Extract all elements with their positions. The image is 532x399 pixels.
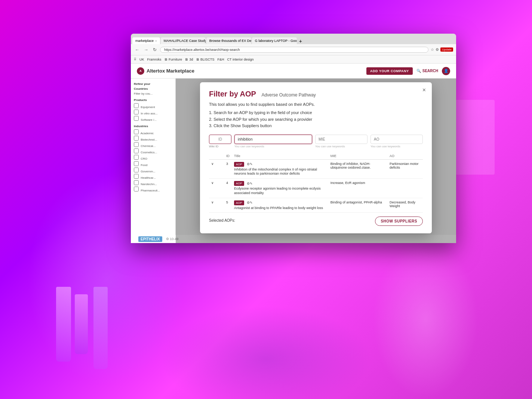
sidebar-item-invitro[interactable]: In vitro ass...: [134, 110, 172, 115]
sidebar-item-equipment[interactable]: Equipment: [134, 103, 172, 109]
search-label: SEARCH: [422, 69, 438, 73]
modal-header: Filter by AOP Adverse Outcome Pathway: [209, 90, 423, 98]
search-icon: 🔍: [416, 69, 421, 73]
row-badge-cell-1: AOP ⚙✎: [234, 162, 326, 167]
modal-title: Filter by AOP: [209, 90, 256, 98]
mie-input[interactable]: [315, 135, 368, 144]
browser-tab-active[interactable]: marketplace ×: [132, 37, 160, 44]
browser-window: marketplace × MAHALI/PLACE Case Study – …: [131, 34, 456, 243]
site-logo-text: Altertox Marketplace: [147, 68, 194, 74]
sidebar-item-biotech[interactable]: Biotechnol...: [134, 136, 172, 141]
add-company-button[interactable]: ADD YOUR COMPANY: [366, 67, 413, 75]
row-icons-1: ⚙✎: [247, 162, 253, 166]
ao-hint: You can use keywords: [370, 145, 423, 148]
extension-icon[interactable]: ⚙: [436, 47, 439, 52]
mie-hint: You can use keywords: [315, 145, 368, 148]
star-icon[interactable]: ☆: [431, 47, 434, 52]
sidebar-filter-country[interactable]: Filter by cou...: [134, 92, 172, 95]
browser-tab-2[interactable]: MAHALI/PLACE Case Study – ×: [161, 37, 206, 44]
sidebar-products-title: Products: [134, 98, 172, 102]
bookmark-interior[interactable]: CT interior design: [227, 58, 254, 61]
sidebar-item-software[interactable]: Software /...: [134, 116, 172, 122]
aop-badge-3: AOP: [234, 200, 244, 205]
ao-input[interactable]: [370, 135, 423, 144]
bookmark-bliscts[interactable]: 🗎 BLISCTS: [196, 58, 215, 61]
row-icons-2: ⚙✎: [247, 182, 253, 185]
filter-modal: × Filter by AOP Adverse Outcome Pathway …: [200, 82, 432, 233]
forward-button[interactable]: →: [143, 47, 150, 52]
main-search-input[interactable]: [234, 135, 312, 144]
sidebar-item-chemical[interactable]: Chemical...: [134, 142, 172, 148]
sidebar-item-food[interactable]: Food: [134, 161, 172, 167]
selected-aops-label: Selected AOPs:: [209, 218, 235, 222]
row-badge-cell-3: AOP ⚙✎: [234, 200, 326, 205]
browser-action-icons: ☆ ⚙ Update: [431, 47, 453, 52]
wiki-id-label: Wiki ID: [209, 145, 231, 148]
tab-label-2: MAHALI/PLACE Case Study –: [164, 39, 206, 43]
update-button[interactable]: Update: [440, 47, 453, 52]
browser-tab-bar: marketplace × MAHALI/PLACE Case Study – …: [131, 34, 456, 44]
instruction-2: 2. Select the AOP for which you are sear…: [209, 116, 423, 123]
browser-tab-3[interactable]: Browse thousands of EX Desc... ×: [206, 37, 251, 44]
tab-label-3: Browse thousands of EX Desc...: [209, 39, 251, 43]
sidebar-industries-title: Industries: [134, 125, 172, 128]
tab-close-icon[interactable]: ×: [155, 39, 157, 43]
search-button[interactable]: 🔍 SEARCH: [416, 69, 438, 73]
sidebar-item-nanotech[interactable]: Narotechn...: [134, 180, 172, 186]
show-suppliers-button[interactable]: SHOW SUPPLIERS: [375, 217, 423, 226]
row-mie-2: Increase, EcR agonism: [328, 179, 387, 198]
sidebar-item-cosmetics[interactable]: Cosmetics...: [134, 148, 172, 154]
bookmark-furniture[interactable]: 🗎 Furniture: [164, 58, 182, 61]
main-search-hint: You can use keywords: [234, 145, 312, 148]
row-expand-2[interactable]: ∨: [209, 179, 224, 198]
col-header-id: [209, 153, 224, 160]
back-button[interactable]: ←: [134, 47, 141, 52]
bookmark-feh[interactable]: F&H: [218, 58, 224, 61]
tab-label-4: G laboratory LAPTOP - Google S...: [255, 39, 297, 43]
new-tab-icon[interactable]: +: [299, 38, 302, 44]
reload-button[interactable]: ↻: [152, 47, 158, 52]
browser-tab-4[interactable]: G laboratory LAPTOP - Google S... ×: [252, 37, 297, 44]
row-mie-1: Binding of inhibitor, NADH-ubiquinone ox…: [328, 159, 387, 178]
row-id-1: 3: [224, 159, 232, 178]
bookmark-framroks[interactable]: Framroks: [147, 58, 162, 61]
bookmark-apps-icon: ⠿: [134, 58, 136, 61]
row-expand-1[interactable]: ∨: [209, 159, 224, 178]
instruction-1: 1. Search for an AOP by typing in the fi…: [209, 110, 423, 116]
sidebar-refine-label: Refine your: [134, 82, 172, 86]
id-field-label[interactable]: ID: [209, 135, 231, 144]
instruction-3: 3. Click the Show Suppliers button: [209, 123, 423, 129]
sidebar-item-cro[interactable]: CRO: [134, 155, 172, 160]
sidebar-countries-title: Countries: [134, 87, 172, 90]
sidebar-item-academic[interactable]: Academic: [134, 129, 172, 135]
modal-footer: Selected AOPs: SHOW SUPPLIERS: [209, 217, 423, 226]
user-icon[interactable]: 👤: [442, 67, 450, 75]
bookmark-uk[interactable]: UK: [139, 58, 144, 61]
row-title-cell-1: AOP ⚙✎ Inhibition of the mitochondrial c…: [232, 159, 328, 178]
modal-instructions: 1. Search for an AOP by typing in the fi…: [209, 110, 423, 129]
col-header-ao: AO: [387, 153, 423, 160]
modal-close-button[interactable]: ×: [422, 87, 426, 93]
row-title-3: Antagonist at binding to PPARle leading …: [234, 206, 326, 211]
aop-badge-1: AOP: [234, 162, 244, 167]
modal-overlay: × Filter by AOP Adverse Outcome Pathway …: [176, 79, 456, 243]
ao-field: You can use keywords: [370, 135, 423, 148]
aop-badge-2: AOP: [234, 181, 244, 186]
sidebar: Refine your Countries Filter by cou... P…: [131, 79, 176, 243]
bookmark-3d[interactable]: 🗎 3d: [185, 58, 193, 61]
table-row: ∨ 5 AOP ⚙✎: [209, 198, 423, 213]
website-content: A Altertox Marketplace ADD YOUR COMPANY …: [131, 64, 456, 243]
address-bar[interactable]: https://marketplace.altertox.be/search/#…: [160, 47, 428, 53]
row-mie-3: Binding of antagonist, PPAR-alpha: [328, 198, 387, 213]
browser-toolbar: ← → ↻ https://marketplace.altertox.be/se…: [131, 44, 456, 55]
search-fields-row: ID Wiki ID You can use keywords You can: [209, 135, 423, 148]
laptop-screen: marketplace × MAHALI/PLACE Case Study – …: [131, 34, 456, 251]
row-title-cell-2: AOP ⚙✎ Ecdysone receptor agonism leading…: [232, 179, 328, 198]
col-header-id-num: ID: [224, 153, 232, 160]
row-expand-3[interactable]: ∨: [209, 198, 224, 213]
table-row: ∨ 3 AOP ⚙✎: [209, 159, 423, 178]
table-row: ∨ 4 AOP ⚙✎: [209, 179, 423, 198]
sidebar-item-pharma[interactable]: Pharmaceuti...: [134, 187, 172, 192]
sidebar-item-healthcare[interactable]: Healthcar...: [134, 174, 172, 179]
sidebar-item-government[interactable]: Governm...: [134, 168, 172, 173]
